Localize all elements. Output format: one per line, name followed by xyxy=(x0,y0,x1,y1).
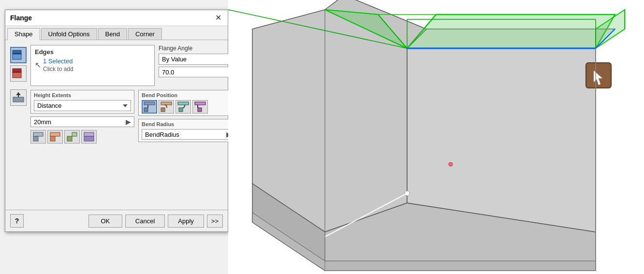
tab-bend[interactable]: Bend xyxy=(98,28,127,40)
apply-button[interactable]: Apply xyxy=(168,215,204,228)
svg-rect-10 xyxy=(33,132,43,136)
3d-viewport[interactable] xyxy=(228,0,644,274)
svg-rect-24 xyxy=(195,102,205,105)
cancel-button[interactable]: Cancel xyxy=(125,215,165,228)
ok-button[interactable]: OK xyxy=(88,215,122,228)
svg-rect-14 xyxy=(72,132,77,136)
bend-radius-value-row: ▶ xyxy=(142,129,235,140)
height-extents-dropdown[interactable]: Distance To Reference To Body xyxy=(34,100,131,111)
flange-type-1-button[interactable] xyxy=(10,47,27,63)
tab-corner[interactable]: Corner xyxy=(128,28,162,40)
bend-radius-input[interactable] xyxy=(145,131,226,138)
svg-rect-21 xyxy=(179,108,183,112)
distance-arrow[interactable]: ▶ xyxy=(126,118,131,126)
svg-rect-11 xyxy=(50,136,55,141)
bend-pos-1-button[interactable] xyxy=(142,100,157,114)
bend-pos-3-button[interactable] xyxy=(176,100,191,114)
extend-type-3-button[interactable] xyxy=(64,130,80,144)
svg-rect-12 xyxy=(50,132,60,136)
svg-rect-17 xyxy=(144,108,148,112)
tab-bar: Shape Unfold Options Bend Corner xyxy=(5,26,228,40)
svg-marker-29 xyxy=(407,48,596,232)
dialog-title: Flange xyxy=(10,14,32,22)
height-extents-label: Height Extents xyxy=(34,92,131,98)
edges-selected-count[interactable]: 1 Selected xyxy=(43,58,73,65)
bend-pos-2-button[interactable] xyxy=(159,100,174,114)
cursor-icon: ↖ xyxy=(35,60,41,70)
svg-point-51 xyxy=(449,162,453,166)
help-button[interactable]: ? xyxy=(10,214,24,228)
svg-rect-6 xyxy=(13,97,24,102)
svg-rect-16 xyxy=(84,132,94,136)
svg-rect-19 xyxy=(161,108,165,112)
edges-panel: Edges ↖ 1 Selected Click to add xyxy=(30,45,155,86)
dialog-footer: ? OK Cancel Apply >> xyxy=(5,210,228,231)
svg-rect-3 xyxy=(13,72,21,78)
bend-position-buttons xyxy=(142,100,235,114)
svg-rect-18 xyxy=(144,102,155,105)
tab-shape[interactable]: Shape xyxy=(7,28,40,40)
svg-rect-23 xyxy=(198,108,202,112)
flange-angle-dropdown[interactable]: By Value By Reference xyxy=(159,54,238,65)
svg-rect-22 xyxy=(178,102,189,105)
svg-rect-9 xyxy=(33,136,38,141)
svg-rect-20 xyxy=(161,102,172,105)
distance-value-row: ▶ xyxy=(30,116,134,127)
flange-angle-value-row: ▶ xyxy=(159,67,238,77)
svg-rect-0 xyxy=(13,54,21,59)
distance-input[interactable] xyxy=(34,118,126,126)
flange-dialog: Flange ✕ Shape Unfold Options Bend Corne… xyxy=(5,10,228,232)
dialog-titlebar: Flange ✕ xyxy=(5,10,228,26)
extend-icons xyxy=(30,130,134,144)
svg-rect-13 xyxy=(67,136,72,141)
flange-type-2-button[interactable] xyxy=(10,65,27,82)
close-button[interactable]: ✕ xyxy=(213,13,223,23)
flange-angle-label: Flange Angle xyxy=(159,45,238,52)
dialog-content: Edges ↖ 1 Selected Click to add Flange A… xyxy=(5,40,228,210)
svg-marker-8 xyxy=(16,92,21,95)
edges-click-to-add[interactable]: Click to add xyxy=(43,66,73,72)
extend-type-2-button[interactable] xyxy=(47,130,63,144)
svg-rect-15 xyxy=(84,136,94,141)
extend-type-4-button[interactable] xyxy=(81,130,97,144)
tab-unfold-options[interactable]: Unfold Options xyxy=(41,28,97,40)
more-button[interactable]: >> xyxy=(207,215,223,228)
bend-pos-4-button[interactable] xyxy=(192,100,208,114)
edges-label: Edges xyxy=(35,48,150,56)
height-direction-button[interactable] xyxy=(10,89,27,106)
extend-type-1-button[interactable] xyxy=(30,130,46,144)
sidebar-icons xyxy=(10,45,27,205)
bend-radius-label: Bend Radius xyxy=(142,121,235,127)
bend-position-label: Bend Position xyxy=(142,92,235,98)
